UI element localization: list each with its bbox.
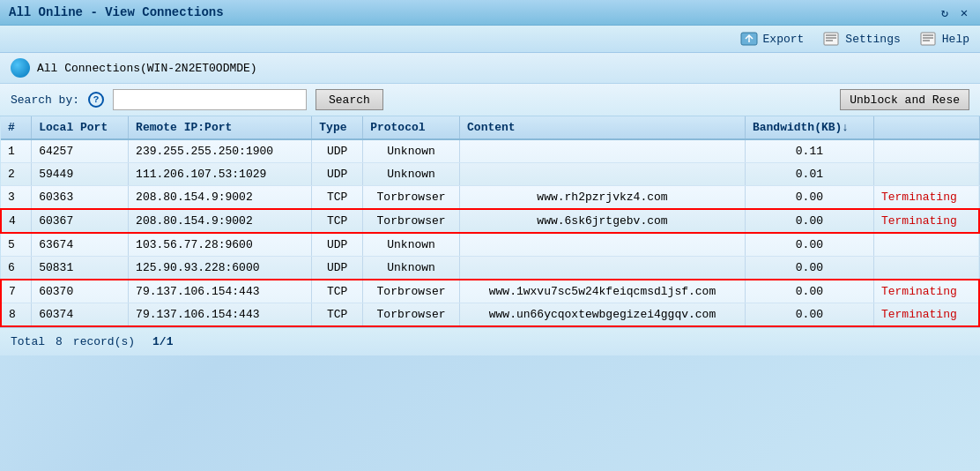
export-icon — [739, 31, 759, 47]
cell-bandwidth: 0.11 — [745, 139, 873, 163]
table-row[interactable]: 76037079.137.106.154:443TCPTorbrowserwww… — [1, 280, 979, 303]
footer-page-info: 1/1 — [152, 335, 173, 348]
cell-protocol: Torbrowser — [363, 209, 460, 233]
col-status — [873, 116, 979, 139]
cell-content — [460, 163, 746, 186]
cell-num: 6 — [1, 257, 32, 280]
cell-protocol: Torbrowser — [363, 186, 460, 210]
cell-type: UDP — [312, 233, 363, 257]
cell-protocol: Unknown — [363, 233, 460, 257]
table-row[interactable]: 650831125.90.93.228:6000UDPUnknown0.00 — [1, 257, 979, 280]
cell-content — [460, 139, 746, 163]
col-protocol: Protocol — [363, 116, 460, 139]
cell-type: UDP — [312, 139, 363, 163]
cell-content: www.6sk6jrtgebv.com — [460, 209, 746, 233]
cell-status: Terminating — [873, 209, 979, 233]
search-input[interactable] — [113, 89, 307, 110]
cell-bandwidth: 0.00 — [745, 280, 873, 303]
cell-type: TCP — [312, 303, 363, 327]
cell-content: www.un66ycqoxtewbgegizei4ggqv.com — [460, 303, 746, 327]
table-row[interactable]: 563674103.56.77.28:9600UDPUnknown0.00 — [1, 233, 979, 257]
connections-title: All Connections(WIN-2N2ET0ODMDE) — [37, 62, 257, 75]
cell-bandwidth: 0.00 — [745, 303, 873, 327]
help-label: Help — [942, 33, 969, 46]
cell-local-port: 50831 — [32, 257, 129, 280]
cell-type: TCP — [312, 209, 363, 233]
footer-records-label: record(s) — [73, 335, 135, 348]
table-row[interactable]: 86037479.137.106.154:443TCPTorbrowserwww… — [1, 303, 979, 327]
cell-num: 3 — [1, 186, 32, 210]
unblock-reset-button[interactable]: Unblock and Rese — [840, 89, 969, 110]
cell-protocol: Unknown — [363, 257, 460, 280]
cell-num: 8 — [1, 303, 32, 327]
cell-local-port: 60374 — [32, 303, 129, 327]
cell-status: Terminating — [873, 186, 979, 210]
cell-bandwidth: 0.00 — [745, 257, 873, 280]
cell-remote-ip: 111.206.107.53:1029 — [129, 163, 312, 186]
cell-protocol: Unknown — [363, 163, 460, 186]
cell-bandwidth: 0.01 — [745, 163, 873, 186]
table-row[interactable]: 259449111.206.107.53:1029UDPUnknown0.01 — [1, 163, 979, 186]
settings-button[interactable]: Settings — [821, 31, 900, 47]
cell-remote-ip: 79.137.106.154:443 — [129, 303, 312, 327]
search-button[interactable]: Search — [316, 89, 383, 110]
cell-status — [873, 257, 979, 280]
toolbar: Export Settings Help — [0, 26, 980, 53]
search-bar: Search by: ? Search Unblock and Rese — [0, 84, 980, 116]
cell-remote-ip: 208.80.154.9:9002 — [129, 186, 312, 210]
cell-local-port: 63674 — [32, 233, 129, 257]
svg-rect-2 — [824, 33, 838, 45]
refresh-icon[interactable]: ↻ — [938, 5, 952, 19]
cell-remote-ip: 125.90.93.228:6000 — [129, 257, 312, 280]
export-button[interactable]: Export — [739, 31, 805, 47]
help-icon — [918, 31, 938, 47]
cell-protocol: Torbrowser — [363, 303, 460, 327]
close-icon[interactable]: ✕ — [957, 5, 971, 19]
cell-num: 2 — [1, 163, 32, 186]
table-header-row: # Local Port Remote IP:Port Type Protoco… — [1, 116, 979, 139]
cell-protocol: Unknown — [363, 139, 460, 163]
cell-num: 4 — [1, 209, 32, 233]
cell-local-port: 60363 — [32, 186, 129, 210]
cell-type: UDP — [312, 163, 363, 186]
table-row[interactable]: 460367208.80.154.9:9002TCPTorbrowserwww.… — [1, 209, 979, 233]
cell-status: Terminating — [873, 280, 979, 303]
cell-content — [460, 257, 746, 280]
cell-remote-ip: 79.137.106.154:443 — [129, 280, 312, 303]
col-num: # — [1, 116, 32, 139]
help-question-icon[interactable]: ? — [88, 92, 104, 108]
cell-status — [873, 233, 979, 257]
cell-type: UDP — [312, 257, 363, 280]
col-bandwidth: Bandwidth(KB)↓ — [745, 116, 873, 139]
cell-local-port: 59449 — [32, 163, 129, 186]
table-row[interactable]: 360363208.80.154.9:9002TCPTorbrowserwww.… — [1, 186, 979, 210]
cell-num: 1 — [1, 139, 32, 163]
cell-content — [460, 233, 746, 257]
col-type: Type — [312, 116, 363, 139]
cell-num: 7 — [1, 280, 32, 303]
table-container: # Local Port Remote IP:Port Type Protoco… — [0, 116, 980, 327]
settings-label: Settings — [845, 33, 900, 46]
cell-bandwidth: 0.00 — [745, 186, 873, 210]
cell-protocol: Torbrowser — [363, 280, 460, 303]
col-remote-ip-port: Remote IP:Port — [129, 116, 312, 139]
footer-total-label: Total — [11, 335, 45, 348]
cell-remote-ip: 103.56.77.28:9600 — [129, 233, 312, 257]
cell-local-port: 60367 — [32, 209, 129, 233]
cell-status — [873, 139, 979, 163]
connections-header: All Connections(WIN-2N2ET0ODMDE) — [0, 53, 980, 84]
col-local-port: Local Port — [32, 116, 129, 139]
cell-num: 5 — [1, 233, 32, 257]
cell-remote-ip: 208.80.154.9:9002 — [129, 209, 312, 233]
cell-content: www.1wxvu7sc5w24kfeiqcmsdljsf.com — [460, 280, 746, 303]
footer-total-count: 8 — [56, 335, 63, 348]
cell-type: TCP — [312, 186, 363, 210]
footer: Total 8 record(s) 1/1 — [0, 327, 980, 355]
cell-status — [873, 163, 979, 186]
table-row[interactable]: 164257239.255.255.250:1900UDPUnknown0.11 — [1, 139, 979, 163]
cell-remote-ip: 239.255.255.250:1900 — [129, 139, 312, 163]
title-bar: All Online - View Connections ↻ ✕ — [0, 0, 980, 26]
cell-bandwidth: 0.00 — [745, 209, 873, 233]
cell-type: TCP — [312, 280, 363, 303]
help-button[interactable]: Help — [918, 31, 969, 47]
